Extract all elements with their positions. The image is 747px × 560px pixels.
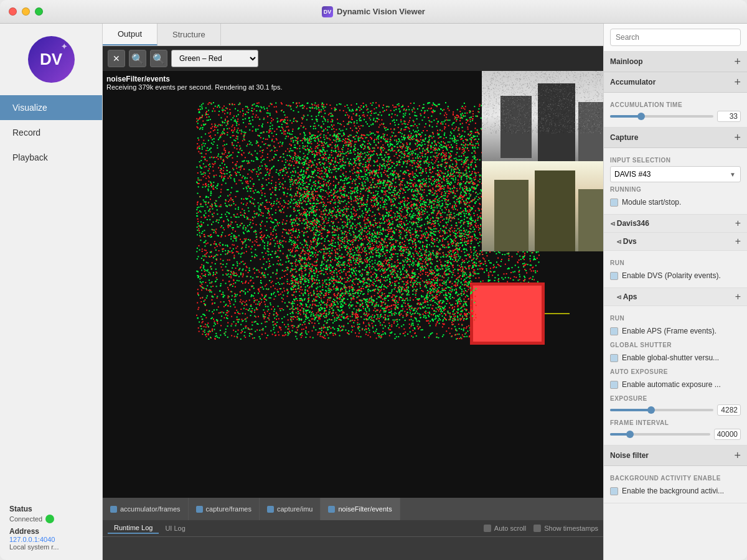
tab-output[interactable]: Output — [103, 24, 157, 45]
global-shutter-checkbox[interactable] — [610, 354, 618, 362]
exposure-slider-row: 4282 — [610, 404, 741, 416]
sidebar-logo: DV ✦ — [28, 36, 75, 83]
log-tab-ui[interactable]: UI Log — [159, 523, 191, 533]
dvs-run-label: RUN — [610, 259, 741, 266]
frame-interval-label: FRAME INTERVAL — [610, 419, 741, 426]
accumulation-time-value: 33 — [717, 111, 741, 122]
tab-structure[interactable]: Structure — [157, 24, 221, 45]
preview-bottom-canvas — [482, 161, 603, 251]
section-header-capture[interactable]: Capture + — [604, 128, 747, 148]
zoom-in-button[interactable]: 🔍 — [150, 50, 167, 67]
running-label: RUNNING — [610, 186, 741, 193]
subsection-dvs[interactable]: ⊲ Dvs + — [604, 233, 747, 251]
input-selection-label: INPUT SELECTION — [610, 157, 741, 164]
stream-tab-noise-filter[interactable]: noiseFilter/events — [321, 498, 400, 520]
sidebar-item-visualize[interactable]: Visualize — [0, 95, 102, 120]
accumulation-time-fill — [610, 115, 641, 118]
bg-activity-checkbox[interactable] — [610, 487, 618, 495]
sidebar-item-record[interactable]: Record — [0, 120, 102, 145]
zoom-out-button[interactable]: 🔍 — [129, 50, 146, 67]
auto-exposure-checkbox[interactable] — [610, 381, 618, 389]
capture-content: INPUT SELECTION DAVIS #43 DAVIS #44 ▼ RU… — [604, 148, 747, 215]
frame-interval-track — [610, 433, 710, 436]
accumulator-plus-icon: + — [734, 77, 741, 88]
app-title: DV Dynamic Vision Viewer — [322, 6, 425, 17]
viewer-area: ✕ 🔍 🔍 Green – Red Grayscale Color — [103, 46, 603, 560]
close-view-button[interactable]: ✕ — [108, 50, 125, 67]
running-checkbox[interactable] — [610, 198, 618, 207]
maximize-button[interactable] — [35, 7, 43, 16]
capture-plus-icon: + — [734, 132, 741, 143]
bottom-tabs: accumulator/frames capture/frames captur… — [103, 498, 603, 560]
section-header-mainloop[interactable]: Mainloop + — [604, 52, 747, 72]
app-icon: DV — [322, 6, 333, 17]
exposure-fill — [610, 409, 651, 411]
preview-bottom — [482, 161, 603, 251]
color-mode-container: Green – Red Grayscale Color — [171, 50, 258, 67]
preview-top — [482, 71, 603, 161]
auto-scroll-control: Auto scroll — [484, 525, 526, 532]
aps-plus-icon: + — [735, 291, 741, 302]
aps-run-row: Enable APS (Frame events). — [610, 324, 741, 338]
sidebar-nav: Visualize Record Playback — [0, 95, 102, 170]
exposure-label: EXPOSURE — [610, 395, 741, 402]
log-tabs-bar: Runtime Log UI Log Auto scroll — [103, 520, 603, 537]
show-timestamps-checkbox[interactable] — [533, 525, 541, 532]
stream-tab-capture-frames[interactable]: capture/frames — [189, 498, 260, 520]
stream-check-capture-frames — [196, 506, 203, 513]
status-indicator — [45, 515, 54, 523]
stream-tab-capture-imu[interactable]: capture/imu — [260, 498, 321, 520]
dvs-run-checkbox[interactable] — [610, 272, 618, 280]
minimize-button[interactable] — [22, 7, 30, 16]
logo-star: ✦ — [61, 42, 67, 51]
dvs-content: RUN Enable DVS (Polarity events). — [604, 251, 747, 288]
dvs-run-row: Enable DVS (Polarity events). — [610, 269, 741, 282]
search-input[interactable] — [610, 29, 741, 46]
stream-tab-accumulator[interactable]: accumulator/frames — [103, 498, 189, 520]
stream-tabs: accumulator/frames capture/frames captur… — [103, 498, 603, 520]
connected-row: Connected — [9, 515, 93, 523]
log-section: Runtime Log UI Log Auto scroll — [103, 520, 603, 560]
dvs-plus-icon: + — [735, 236, 741, 247]
auto-exposure-label: AUTO EXPOSURE — [610, 368, 741, 375]
frame-interval-thumb[interactable] — [626, 431, 634, 438]
accumulation-time-thumb[interactable] — [637, 113, 645, 120]
app-body: DV ✦ Visualize Record Playback Status Co… — [0, 24, 747, 560]
color-mode-select[interactable]: Green – Red Grayscale Color — [171, 50, 258, 67]
status-row: Status — [9, 505, 93, 513]
auto-scroll-checkbox[interactable] — [484, 525, 491, 532]
section-header-noise-filter[interactable]: Noise filter + — [604, 446, 747, 466]
section-header-accumulator[interactable]: Accumulator + — [604, 72, 747, 93]
titlebar: DV Dynamic Vision Viewer — [0, 0, 747, 24]
tabs-bar: Output Structure — [103, 24, 603, 46]
noise-filter-plus-icon: + — [734, 450, 741, 461]
exposure-track — [610, 409, 713, 411]
subsection-davis346[interactable]: ⊲ Davis346 + — [604, 215, 747, 233]
window-controls — [9, 7, 43, 16]
auto-exposure-row: Enable automatic exposure ... — [610, 378, 741, 391]
sidebar-status: Status Connected Address 127.0.0.1:4040 … — [0, 495, 102, 560]
stream-check-noise-filter — [328, 506, 335, 513]
right-panel: Mainloop + Accumulator + ACCUMULATION TI… — [604, 24, 747, 560]
aps-run-checkbox[interactable] — [610, 327, 618, 335]
exposure-thumb[interactable] — [647, 406, 655, 414]
subsection-aps[interactable]: ⊲ Aps + — [604, 288, 747, 306]
log-tab-runtime[interactable]: Runtime Log — [108, 523, 159, 534]
global-shutter-label: GLOBAL SHUTTER — [610, 342, 741, 348]
main-content: Output Structure ✕ 🔍 🔍 — [103, 24, 604, 560]
noise-filter-content: BACKGROUND ACTIVITY ENABLE Enable the ba… — [604, 466, 747, 503]
accumulation-time-slider-row: 33 — [610, 111, 741, 122]
preview-top-canvas — [482, 71, 603, 161]
global-shutter-row: Enable global-shutter versu... — [610, 351, 741, 365]
bg-activity-row: Enable the background activi... — [610, 484, 741, 498]
log-controls: Auto scroll Show timestamps — [484, 525, 598, 532]
stream-check-accumulator — [110, 506, 117, 513]
close-button[interactable] — [9, 7, 17, 16]
aps-run-label: RUN — [610, 315, 741, 322]
address-block: Address 127.0.0.1:4040 Local system r... — [9, 527, 93, 551]
input-selection-select[interactable]: DAVIS #43 DAVIS #44 — [610, 166, 741, 182]
bg-activity-label: BACKGROUND ACTIVITY ENABLE — [610, 475, 741, 482]
sidebar-item-playback[interactable]: Playback — [0, 145, 102, 170]
frame-interval-slider-row: 40000 — [610, 429, 741, 440]
davis346-plus-icon: + — [735, 218, 741, 229]
